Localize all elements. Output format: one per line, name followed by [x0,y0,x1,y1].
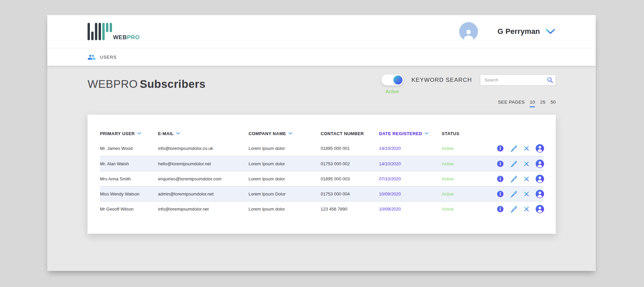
column-header-primary-user[interactable]: PRIMARY USER [100,131,158,136]
search-icon[interactable] [547,77,553,84]
edit-pencil-icon[interactable] [510,206,517,213]
cell-email: hello@loremipsumdolor.net [158,161,249,166]
cell-primary-user: Miss Wendy Watson [100,191,158,196]
avatar[interactable] [459,22,478,41]
filter-controls: Active KEYWORD SEARCH [381,74,556,94]
cell-date-registered: 07/10/2020 [379,176,442,181]
table-row: Mr. James Wood info@loremipsumdolor.co.u… [100,141,543,156]
table-row: Mr. Alan Walsh hello@loremipsumdolor.net… [100,156,543,171]
table-row: Mr Geooff Wilson info@loremipsumdolor.ne… [100,201,543,216]
cell-date-registered: 10/09/2020 [379,207,442,212]
table-body: Mr. James Wood info@loremipsumdolor.co.u… [100,141,543,216]
nav-bar: USERS [47,48,596,66]
page-title-bold: Subscribers [140,78,206,90]
search-input[interactable] [480,74,556,85]
cell-company: Lorem Ipsum Dolor [249,191,321,196]
row-actions [496,144,543,153]
screen: WEBPRO G Perryman [0,0,644,287]
user-profile-icon[interactable] [536,175,544,183]
sort-chevron-icon [425,132,429,135]
status-badge: Active [442,191,496,196]
info-icon[interactable] [497,161,503,167]
cell-contact: 123 456 7890 [321,207,379,212]
pagination-size-selector: SEE PAGES 10 25 50 [88,100,556,105]
users-group-icon [88,54,96,60]
keyword-search-label: KEYWORD SEARCH [412,74,472,85]
page-size-50[interactable]: 50 [550,100,556,105]
cell-contact: 01753 000 004 [321,191,379,196]
page-container: WEBPRO G Perryman [47,15,596,271]
user-name: G Perryman [497,27,540,36]
column-header-company-name[interactable]: COMPANY NAME [249,131,321,136]
user-profile-icon[interactable] [536,160,544,168]
user-menu[interactable]: G Perryman [459,22,555,41]
toggle-state-label: Active [385,89,399,94]
user-profile-icon[interactable] [536,205,544,213]
webpro-logo[interactable]: WEBPRO [88,23,140,40]
table-header-row: PRIMARY USER E-MAIL COMPANY NAME CONTACT… [100,126,543,141]
active-filter-toggle[interactable] [381,74,404,85]
cell-company: Lorem Ipsum dolor [249,176,321,181]
logo-bars-icon [88,23,112,40]
user-profile-icon[interactable] [536,190,544,198]
person-icon [462,27,475,41]
subscribers-table-card: PRIMARY USER E-MAIL COMPANY NAME CONTACT… [88,115,556,234]
edit-pencil-icon[interactable] [510,190,517,197]
edit-pencil-icon[interactable] [510,145,517,152]
cell-contact: 01753 000 002 [321,161,379,166]
sort-chevron-icon [288,132,292,135]
title-row: WEBPROSubscribers Active KEYWORD SEARCH [88,74,556,94]
column-header-contact-number: CONTACT NUMBER [321,131,379,136]
cell-email: info@loremipsumdolor.co.uk [158,146,249,151]
column-header-email[interactable]: E-MAIL [158,131,249,136]
cell-date-registered: 10/09/2020 [379,191,442,196]
delete-x-icon[interactable] [524,146,529,151]
row-actions [496,175,543,183]
delete-x-icon[interactable] [524,191,529,196]
sidebar-item-users[interactable]: USERS [88,54,117,60]
status-badge: Active [442,146,496,151]
cell-date-registered: 14/10/2020 [379,146,442,151]
sort-chevron-icon [176,132,180,135]
page-size-10[interactable]: 10 [530,100,535,105]
page-size-25[interactable]: 25 [540,100,545,105]
column-header-status: STATUS [442,131,496,136]
delete-x-icon[interactable] [524,176,529,181]
cell-company: Lorem Ipsum dolor [249,161,321,166]
info-icon[interactable] [497,191,503,197]
row-actions [496,160,543,168]
toggle-knob[interactable] [393,75,402,84]
cell-email: info@loremipsumdolor.net [158,207,249,212]
delete-x-icon[interactable] [524,207,529,212]
info-icon[interactable] [497,176,503,182]
chevron-down-icon[interactable] [545,28,555,35]
cell-company: Lorem Ipsum dolor [249,146,321,151]
cell-date-registered: 14/10/2020 [379,161,442,166]
column-header-date-registered[interactable]: DATE REGISTERED [379,131,442,136]
app-header: WEBPRO G Perryman [47,15,596,48]
user-profile-icon[interactable] [536,144,544,153]
cell-primary-user: Mr. James Wood [100,146,158,151]
cell-contact: 01895 000 003 [321,176,379,181]
info-icon[interactable] [497,145,503,152]
cell-primary-user: Mr Geooff Wilson [100,207,158,212]
status-badge: Active [442,176,496,181]
cell-primary-user: Mrs Anna Smith [100,176,158,181]
cell-company: Lorem Ipsum dolor [249,207,321,212]
edit-pencil-icon[interactable] [510,160,517,167]
info-icon[interactable] [497,206,503,212]
sort-chevron-icon [137,132,141,135]
cell-email: enquiries@loremipsumdolor.com [158,176,249,181]
row-actions [496,190,543,198]
cell-primary-user: Mr. Alan Walsh [100,161,158,166]
delete-x-icon[interactable] [524,161,529,166]
edit-pencil-icon[interactable] [510,175,517,182]
table-row: Mrs Anna Smith enquiries@loremipsumdolor… [100,171,543,186]
see-pages-label: SEE PAGES [498,100,525,105]
row-actions [496,205,543,213]
nav-users-label: USERS [100,55,117,60]
status-badge: Active [442,161,496,166]
logo-text: WEBPRO [113,35,140,40]
table-row: Miss Wendy Watson admin@loremipsumdolor.… [100,186,543,201]
cell-contact: 01895 000 001 [321,146,379,151]
